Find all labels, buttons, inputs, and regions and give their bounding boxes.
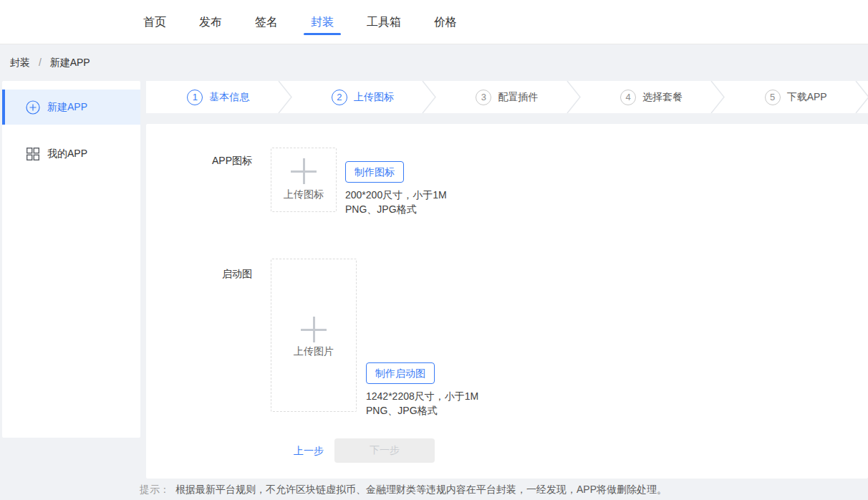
step-select-plan: 4 选择套餐: [579, 81, 724, 113]
nav-item-home[interactable]: 首页: [143, 14, 166, 30]
plus-circle-icon: [26, 100, 40, 115]
step-label: 上传图标: [354, 91, 394, 104]
step-number-badge: 1: [187, 90, 203, 105]
breadcrumb-section[interactable]: 封装: [10, 57, 30, 68]
chevron-right-icon: [710, 81, 725, 113]
step-basic-info: 1 基本信息: [146, 81, 291, 113]
step-number-badge: 4: [620, 90, 636, 105]
splash-upload-box[interactable]: 上传图片: [271, 259, 357, 412]
make-splash-button[interactable]: 制作启动图: [366, 362, 435, 384]
nav-item-toolbox[interactable]: 工具箱: [367, 14, 401, 30]
step-configure-plugins: 3 配置插件: [435, 81, 579, 113]
prev-step-link[interactable]: 上一步: [294, 438, 324, 463]
app-icon-hint-format: PNG、JPG格式: [345, 202, 447, 216]
step-number-badge: 3: [476, 90, 491, 105]
chevron-right-icon: [566, 81, 581, 113]
chevron-right-icon: [278, 81, 292, 113]
footer-tip-text: 根据最新平台规则，不允许区块链虚拟币、金融理财类等违规内容在平台封装，一经发现，…: [175, 484, 667, 495]
sidebar-item-label: 新建APP: [47, 101, 87, 114]
chevron-right-icon: [855, 81, 868, 113]
app-icon-row: APP图标 上传图标 制作图标 200*200尺寸，小于1M PNG、JPG格式: [146, 148, 868, 216]
upload-icon-text: 上传图标: [284, 188, 324, 201]
plus-icon: [301, 317, 327, 342]
top-nav: 首页 发布 签名 封装 工具箱 价格: [0, 0, 868, 44]
step-wizard: 1 基本信息 2 上传图标 3 配置插件 4 选择套餐 5 下载APP: [146, 81, 868, 113]
breadcrumb-current: 新建APP: [50, 57, 90, 68]
step-label: 下载APP: [787, 91, 827, 104]
breadcrumb: 封装 / 新建APP: [10, 57, 90, 69]
sidebar-item-new-app[interactable]: 新建APP: [2, 90, 140, 125]
step-label: 基本信息: [209, 91, 249, 104]
main-panel: APP图标 上传图标 制作图标 200*200尺寸，小于1M PNG、JPG格式…: [146, 124, 868, 479]
splash-side: 制作启动图 1242*2208尺寸，小于1M PNG、JPG格式: [366, 362, 478, 418]
chevron-right-icon: [422, 81, 436, 113]
make-icon-button[interactable]: 制作图标: [345, 161, 404, 183]
step-label: 选择套餐: [642, 91, 683, 104]
splash-hint-format: PNG、JPG格式: [366, 403, 478, 418]
footer-tip: 提示：根据最新平台规则，不允许区块链虚拟币、金融理财类等违规内容在平台封装，一经…: [140, 482, 667, 496]
step-label: 配置插件: [498, 91, 538, 104]
nav-item-price[interactable]: 价格: [434, 14, 457, 30]
upload-image-text: 上传图片: [294, 345, 334, 358]
app-icon-hint-size: 200*200尺寸，小于1M: [345, 188, 447, 202]
app-icon-upload-box[interactable]: 上传图标: [271, 148, 337, 212]
sidebar: 新建APP 我的APP: [2, 81, 140, 438]
nav-item-package[interactable]: 封装: [311, 14, 334, 30]
sidebar-item-my-app[interactable]: 我的APP: [2, 136, 140, 171]
footer-tip-prefix: 提示：: [140, 484, 170, 495]
splash-image-row: 启动图 上传图片 制作启动图 1242*2208尺寸，小于1M PNG、JPG格…: [146, 259, 868, 418]
nav-item-sign[interactable]: 签名: [255, 14, 278, 30]
app-icon-side: 制作图标 200*200尺寸，小于1M PNG、JPG格式: [345, 161, 447, 216]
app-icon-label: APP图标: [146, 148, 252, 216]
next-step-button[interactable]: 下一步: [334, 438, 435, 463]
grid-icon: [26, 147, 40, 161]
splash-hint-size: 1242*2208尺寸，小于1M: [366, 389, 478, 403]
breadcrumb-separator: /: [39, 57, 42, 68]
wizard-actions: 上一步 下一步: [294, 438, 868, 463]
sidebar-item-label: 我的APP: [47, 148, 87, 160]
step-number-badge: 2: [332, 90, 347, 105]
step-number-badge: 5: [765, 90, 781, 105]
splash-label: 启动图: [146, 259, 252, 418]
plus-icon: [291, 158, 317, 184]
nav-item-publish[interactable]: 发布: [199, 14, 222, 30]
step-download-app: 5 下载APP: [723, 81, 868, 113]
step-upload-icon: 2 上传图标: [291, 81, 435, 113]
